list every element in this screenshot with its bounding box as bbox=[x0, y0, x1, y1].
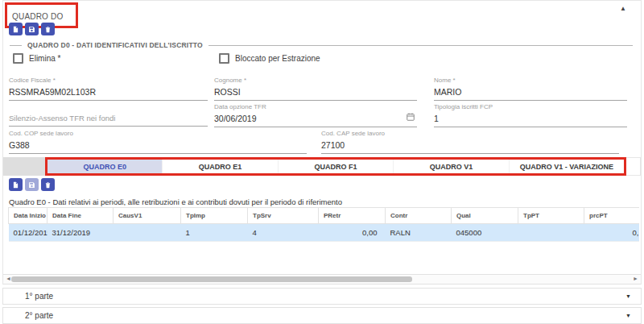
new-document-icon bbox=[12, 179, 19, 191]
section-legend-text: QUADRO D0 - DATI IDENTIFICATIVI DELL'ISC… bbox=[27, 41, 203, 49]
field-label: Codice Fiscale * bbox=[9, 77, 208, 85]
field-label: Cod. COP sede lavoro bbox=[9, 130, 307, 139]
quadro-tab-strip: QUADRO E0 QUADRO E1 QUADRO F1 QUADRO V1 … bbox=[3, 157, 641, 176]
data-opzione-tfr-field: Data opzione TFR 30/06/2019 bbox=[214, 103, 417, 127]
chevron-down-icon[interactable]: ▼ bbox=[625, 313, 631, 318]
trash-icon bbox=[44, 23, 52, 35]
collapse-panel-icon[interactable]: ▲ bbox=[620, 5, 626, 12]
new-row-button[interactable] bbox=[9, 178, 23, 191]
tab-quadro-e0[interactable]: QUADRO E0 bbox=[47, 160, 163, 173]
calendar-icon[interactable] bbox=[406, 112, 415, 123]
tab-quadro-e1[interactable]: QUADRO E1 bbox=[163, 160, 278, 173]
col-qual[interactable]: Qual bbox=[452, 208, 518, 224]
tipologia-iscritti-fcp-input[interactable]: 1 bbox=[434, 112, 627, 127]
elimina-checkbox[interactable]: Elimina * bbox=[13, 53, 60, 64]
tab-strip-tail bbox=[626, 157, 641, 176]
table-row[interactable]: 01/12/2019 31/12/2019 1 4 0,00 RALN 0450… bbox=[9, 224, 640, 242]
table-title: Quadro E0 - Dati relativi ai periodi, al… bbox=[9, 197, 342, 206]
field-label: Nome * bbox=[434, 77, 627, 85]
cod-cap-sede-lavoro-input[interactable]: 27100 bbox=[321, 139, 619, 154]
scrollbar-thumb[interactable] bbox=[11, 276, 412, 282]
cod-cop-sede-lavoro-field: Cod. COP sede lavoro G388 bbox=[9, 130, 307, 154]
col-tpimp[interactable]: TpImp bbox=[181, 208, 248, 224]
codice-fiscale-field: Codice Fiscale * RSSMRA59M02L103R bbox=[9, 77, 208, 101]
scroll-left-icon[interactable]: ◄ bbox=[6, 276, 11, 281]
checkbox-box-icon[interactable] bbox=[219, 53, 229, 64]
field-label bbox=[9, 103, 208, 112]
section-legend: QUADRO D0 - DATI IDENTIFICATIVI DELL'ISC… bbox=[10, 41, 633, 49]
cell-contr[interactable]: RALN bbox=[386, 224, 452, 242]
col-tpsrv[interactable]: TpSrv bbox=[248, 208, 319, 224]
col-data-fine[interactable]: Data Fine bbox=[47, 208, 114, 224]
panel-title: QUADRO DO bbox=[12, 12, 63, 21]
bloccato-estrazione-checkbox-label: Bloccato per Estrazione bbox=[235, 54, 320, 63]
save-row-button[interactable] bbox=[25, 178, 39, 191]
cell-pretr[interactable]: 0,00 bbox=[319, 224, 386, 242]
save-icon bbox=[28, 23, 35, 35]
cod-cop-sede-lavoro-input[interactable]: G388 bbox=[9, 139, 307, 154]
delete-record-button[interactable] bbox=[41, 23, 55, 35]
quadro-do-panel: QUADRO DO ▲ QUADRO D0 - DATI IDENTIFICAT… bbox=[2, 0, 642, 285]
legend-dash bbox=[10, 45, 22, 46]
silenzio-assenso-tfr-input[interactable]: Silenzio-Assenso TFR nei fondi bbox=[9, 112, 208, 127]
bloccato-estrazione-checkbox[interactable]: Bloccato per Estrazione bbox=[219, 53, 320, 64]
accordion-label: 1° parte bbox=[25, 292, 53, 301]
horizontal-scrollbar[interactable]: ◄ ► bbox=[3, 274, 641, 285]
legend-line bbox=[208, 45, 633, 46]
cognome-input[interactable]: ROSSI bbox=[214, 85, 417, 101]
cell-qual[interactable]: 045000 bbox=[452, 224, 518, 242]
scroll-right-icon[interactable]: ► bbox=[633, 276, 638, 281]
col-tppt[interactable]: TpPT bbox=[518, 208, 584, 224]
delete-row-button[interactable] bbox=[41, 178, 55, 191]
codice-fiscale-input[interactable]: RSSMRA59M02L103R bbox=[9, 85, 208, 101]
field-label: Data opzione TFR bbox=[214, 103, 417, 112]
new-record-button[interactable] bbox=[9, 23, 23, 35]
cell-data-fine[interactable]: 31/12/2019 bbox=[47, 224, 114, 242]
cell-tpimp[interactable]: 1 bbox=[181, 224, 248, 242]
field-label: Cod. CAP sede lavoro bbox=[321, 130, 619, 139]
nome-field: Nome * MARIO bbox=[434, 77, 627, 101]
quadro-e0-toolbar bbox=[9, 178, 55, 191]
cod-cap-sede-lavoro-field: Cod. CAP sede lavoro 27100 bbox=[321, 130, 619, 154]
accordion-label: 2° parte bbox=[25, 311, 53, 320]
accordion-prima-parte[interactable]: 1° parte ▼ bbox=[2, 288, 642, 305]
accordion-seconda-parte[interactable]: 2° parte ▼ bbox=[2, 307, 642, 324]
cell-tpsrv[interactable]: 4 bbox=[248, 224, 319, 242]
tab-strip-highlight: QUADRO E0 QUADRO E1 QUADRO F1 QUADRO V1 … bbox=[45, 157, 626, 176]
silenzio-assenso-tfr-field: Silenzio-Assenso TFR nei fondi bbox=[9, 103, 208, 127]
save-icon bbox=[28, 179, 35, 191]
new-document-icon bbox=[12, 23, 19, 35]
nome-input[interactable]: MARIO bbox=[434, 85, 627, 101]
field-label: Tipologia iscritti FCP bbox=[434, 103, 627, 112]
save-record-button[interactable] bbox=[25, 23, 39, 35]
quadro-e0-table: Data Inizio Data Fine CausV1 TpImp TpSrv… bbox=[8, 207, 639, 242]
data-opzione-tfr-input[interactable]: 30/06/2019 bbox=[214, 112, 417, 127]
col-contr[interactable]: Contr bbox=[386, 208, 452, 224]
col-causv1[interactable]: CausV1 bbox=[114, 208, 181, 224]
elimina-checkbox-label: Elimina * bbox=[29, 54, 60, 63]
cell-data-inizio[interactable]: 01/12/2019 bbox=[9, 224, 47, 242]
table-header-row: Data Inizio Data Fine CausV1 TpImp TpSrv… bbox=[9, 208, 640, 224]
col-prcpt[interactable]: prcPT bbox=[584, 208, 640, 224]
trash-icon bbox=[44, 179, 52, 191]
tab-quadro-v1[interactable]: QUADRO V1 bbox=[394, 160, 509, 173]
cognome-field: Cognome * ROSSI bbox=[214, 77, 417, 101]
panel-toolbar bbox=[9, 23, 55, 35]
tipologia-iscritti-fcp-field: Tipologia iscritti FCP 1 bbox=[434, 103, 627, 127]
cell-causv1[interactable] bbox=[114, 224, 181, 242]
checkbox-box-icon[interactable] bbox=[13, 53, 23, 64]
chevron-down-icon[interactable]: ▼ bbox=[625, 293, 631, 299]
col-pretr[interactable]: PRetr bbox=[319, 208, 386, 224]
cell-prcpt[interactable]: 0, bbox=[584, 224, 640, 242]
tab-strip-gutter bbox=[3, 157, 45, 176]
tab-quadro-v1-variazione[interactable]: QUADRO V1 - VARIAZIONE bbox=[510, 160, 624, 173]
field-label: Cognome * bbox=[214, 77, 417, 85]
col-data-inizio[interactable]: Data Inizio bbox=[9, 208, 47, 224]
cell-tppt[interactable] bbox=[518, 224, 584, 242]
tab-quadro-f1[interactable]: QUADRO F1 bbox=[279, 160, 394, 173]
